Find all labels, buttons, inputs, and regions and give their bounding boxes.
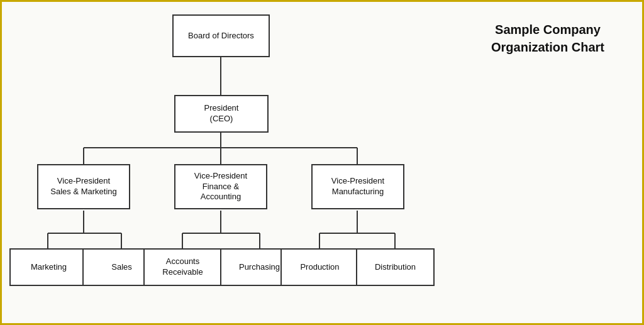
vp-sales-node: Vice-PresidentSales & Marketing [37,164,130,209]
vp-sales-label: Vice-PresidentSales & Marketing [37,164,130,209]
chart-container: Sample Company Organization Chart [2,2,642,323]
accounts-receivable-label: AccountsReceivable [143,248,222,286]
vp-manufacturing-label: Vice-PresidentManufacturing [311,164,404,209]
chart-title: Sample Company Organization Chart [491,21,604,56]
marketing-label: Marketing [9,248,88,286]
board-node: Board of Directors [172,14,270,57]
vp-finance-node: Vice-PresidentFinance &Accounting [174,164,267,209]
accounts-receivable-node: AccountsReceivable [143,248,222,286]
production-label: Production [280,248,359,286]
president-node: President(CEO) [174,95,269,133]
board-label: Board of Directors [172,14,270,57]
distribution-label: Distribution [356,248,435,286]
president-label: President(CEO) [174,95,269,133]
distribution-node: Distribution [356,248,435,286]
vp-finance-label: Vice-PresidentFinance &Accounting [174,164,267,209]
production-node: Production [280,248,359,286]
vp-manufacturing-node: Vice-PresidentManufacturing [311,164,404,209]
marketing-node: Marketing [9,248,88,286]
